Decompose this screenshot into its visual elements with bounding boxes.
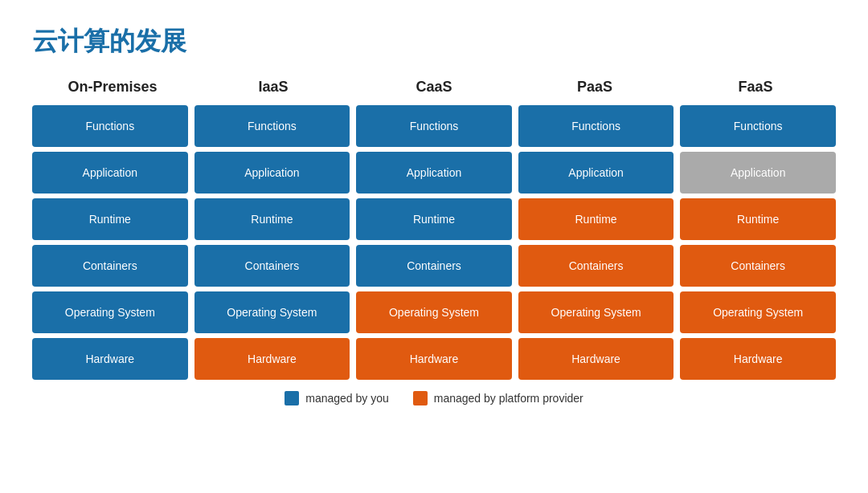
cell-4-2: Operating System: [356, 291, 512, 333]
cell-3-1: Containers: [194, 245, 350, 287]
col-header-4: FaaS: [675, 79, 836, 96]
cell-3-0: Containers: [32, 245, 188, 287]
cell-5-1: Hardware: [194, 338, 350, 380]
cell-3-4: Containers: [680, 245, 836, 287]
cell-0-1: Functions: [194, 105, 350, 147]
legend-orange-label: managed by platform provider: [434, 392, 583, 405]
grid-row-4: Operating SystemOperating SystemOperatin…: [32, 291, 836, 333]
legend-orange-box: [413, 391, 428, 405]
cell-1-3: Application: [518, 152, 674, 194]
cell-4-0: Operating System: [32, 291, 188, 333]
cell-4-3: Operating System: [518, 291, 674, 333]
col-header-3: PaaS: [514, 79, 675, 96]
cell-3-3: Containers: [518, 245, 674, 287]
cell-5-3: Hardware: [518, 338, 674, 380]
cell-2-3: Runtime: [518, 198, 674, 240]
grid-row-5: HardwareHardwareHardwareHardwareHardware: [32, 338, 836, 380]
cell-4-1: Operating System: [194, 291, 350, 333]
grid-row-1: ApplicationApplicationApplicationApplica…: [32, 152, 836, 194]
cell-1-4: Application: [680, 152, 836, 194]
main-grid: FunctionsFunctionsFunctionsFunctionsFunc…: [32, 105, 836, 380]
legend-orange: managed by platform provider: [413, 391, 583, 405]
legend: managed by you managed by platform provi…: [32, 391, 836, 405]
cell-2-4: Runtime: [680, 198, 836, 240]
legend-blue-label: managed by you: [305, 392, 389, 405]
cell-2-2: Runtime: [356, 198, 512, 240]
cell-0-3: Functions: [518, 105, 674, 147]
col-header-2: CaaS: [354, 79, 514, 96]
cell-1-0: Application: [32, 152, 188, 194]
page-title: 云计算的发展: [32, 24, 836, 59]
cell-2-0: Runtime: [32, 198, 188, 240]
col-header-0: On-Premises: [32, 79, 193, 96]
legend-blue-box: [285, 391, 299, 405]
col-header-1: IaaS: [193, 79, 354, 96]
cell-4-4: Operating System: [680, 291, 836, 333]
cell-1-2: Application: [356, 152, 512, 194]
legend-blue: managed by you: [285, 391, 389, 405]
columns-header: On-PremisesIaaSCaaSPaaSFaaS: [32, 79, 836, 96]
cell-0-2: Functions: [356, 105, 512, 147]
cell-0-0: Functions: [32, 105, 188, 147]
grid-row-0: FunctionsFunctionsFunctionsFunctionsFunc…: [32, 105, 836, 147]
grid-row-2: RuntimeRuntimeRuntimeRuntimeRuntime: [32, 198, 836, 240]
grid-row-3: ContainersContainersContainersContainers…: [32, 245, 836, 287]
cell-1-1: Application: [194, 152, 350, 194]
cell-0-4: Functions: [680, 105, 836, 147]
cell-5-2: Hardware: [356, 338, 512, 380]
cell-5-4: Hardware: [680, 338, 836, 380]
cell-5-0: Hardware: [32, 338, 188, 380]
cell-2-1: Runtime: [194, 198, 350, 240]
cell-3-2: Containers: [356, 245, 512, 287]
